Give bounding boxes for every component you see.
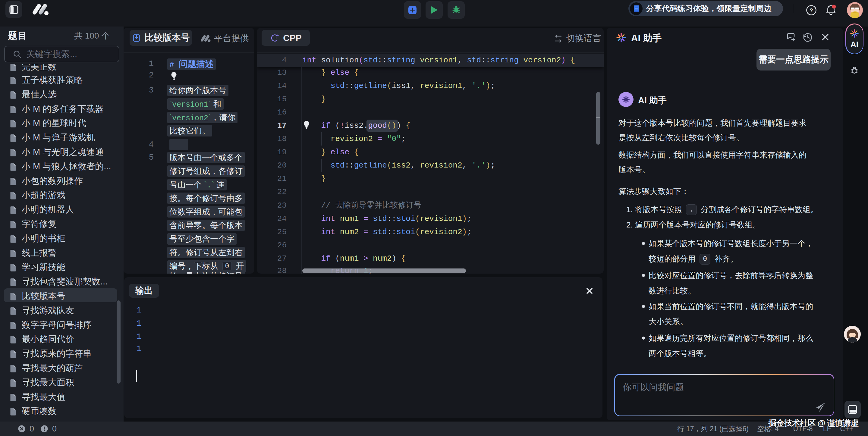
svg-text:?: ? [809,7,813,13]
